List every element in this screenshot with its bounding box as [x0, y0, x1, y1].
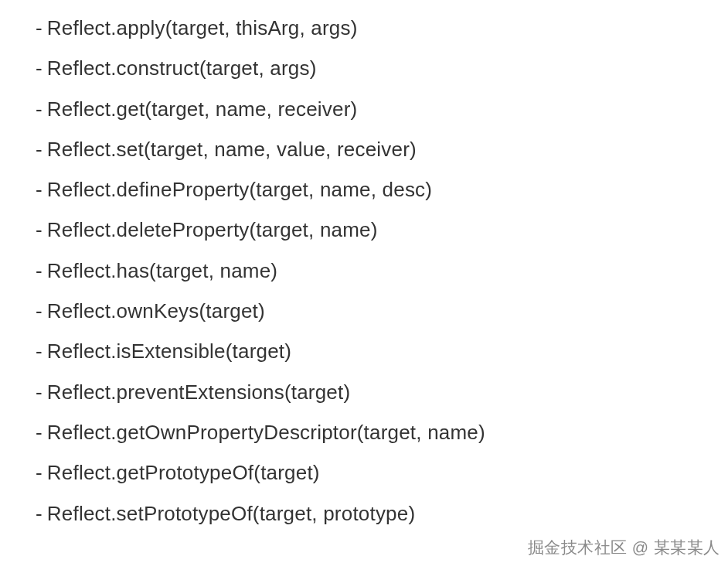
bullet-icon: -: [36, 420, 43, 446]
list-item: - Reflect.preventExtensions(target): [36, 380, 728, 406]
bullet-icon: -: [36, 217, 43, 244]
bullet-icon: -: [36, 460, 43, 486]
list-item: - Reflect.setPrototypeOf(target, prototy…: [36, 501, 728, 527]
list-item: - Reflect.getOwnPropertyDescriptor(targe…: [36, 420, 728, 446]
bullet-icon: -: [36, 137, 43, 163]
list-item: - Reflect.ownKeys(target): [36, 299, 728, 325]
list-item: - Reflect.get(target, name, receiver): [36, 97, 728, 123]
list-container: - Reflect.apply(target, thisArg, args) -…: [36, 15, 728, 527]
list-item-text: Reflect.isExtensible(target): [47, 339, 291, 365]
list-item-text: Reflect.has(target, name): [47, 258, 277, 285]
list-item-text: Reflect.setPrototypeOf(target, prototype…: [47, 501, 415, 527]
bullet-icon: -: [36, 56, 43, 82]
bullet-icon: -: [36, 501, 43, 527]
bullet-icon: -: [36, 258, 43, 285]
bullet-icon: -: [36, 299, 43, 325]
bullet-icon: -: [36, 177, 43, 203]
list-item: - Reflect.deleteProperty(target, name): [36, 217, 728, 244]
list-item: - Reflect.defineProperty(target, name, d…: [36, 177, 728, 203]
bullet-icon: -: [36, 15, 43, 42]
watermark-text: 掘金技术社区 @ 某某某人: [528, 537, 721, 558]
bullet-icon: -: [36, 339, 43, 365]
list-item: - Reflect.getPrototypeOf(target): [36, 460, 728, 486]
list-item: - Reflect.isExtensible(target): [36, 339, 728, 365]
list-item-text: Reflect.construct(target, args): [47, 56, 317, 82]
list-item: - Reflect.construct(target, args): [36, 56, 728, 82]
list-item: - Reflect.set(target, name, value, recei…: [36, 137, 728, 163]
list-item-text: Reflect.get(target, name, receiver): [47, 97, 358, 123]
list-item-text: Reflect.set(target, name, value, receive…: [47, 137, 417, 163]
list-item-text: Reflect.ownKeys(target): [47, 299, 265, 325]
bullet-icon: -: [36, 380, 43, 406]
list-item-text: Reflect.apply(target, thisArg, args): [47, 15, 358, 42]
list-item: - Reflect.has(target, name): [36, 258, 728, 285]
list-item-text: Reflect.getPrototypeOf(target): [47, 460, 320, 486]
list-item-text: Reflect.preventExtensions(target): [47, 380, 350, 406]
list-item-text: Reflect.deleteProperty(target, name): [47, 217, 378, 244]
list-item: - Reflect.apply(target, thisArg, args): [36, 15, 728, 42]
list-item-text: Reflect.getOwnPropertyDescriptor(target,…: [47, 420, 485, 446]
list-item-text: Reflect.defineProperty(target, name, des…: [47, 177, 432, 203]
bullet-icon: -: [36, 97, 43, 123]
